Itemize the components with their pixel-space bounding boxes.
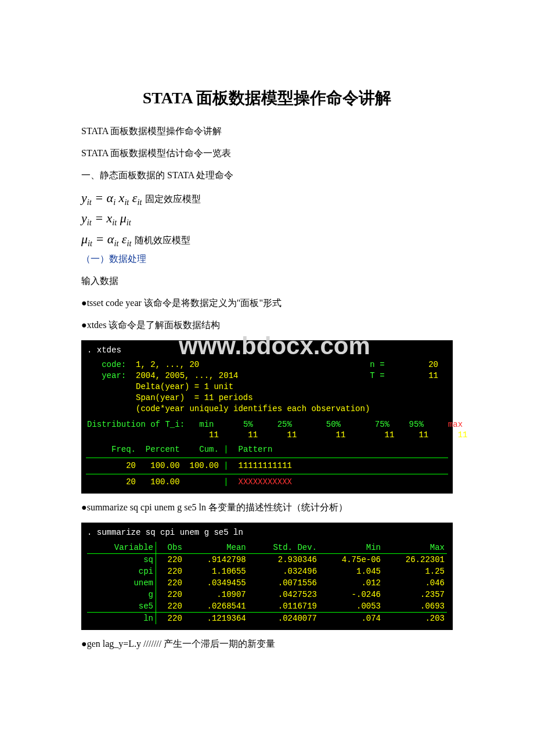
row-ln-mean: .1219364	[185, 612, 248, 624]
row-ln-obs: 220	[156, 612, 185, 624]
freq-v1: 100.00	[150, 461, 179, 470]
dist-v3: 11	[336, 430, 346, 440]
dist-h0: min	[199, 420, 214, 429]
random-label: 随机效应模型	[135, 235, 190, 245]
page-title: STATA 面板数据模型操作命令讲解	[81, 87, 453, 109]
row-ln-min: .074	[319, 612, 383, 624]
row-ln-var: ln	[87, 612, 156, 624]
table-row-var: se5	[87, 600, 156, 613]
sum-h1: Obs	[156, 542, 185, 554]
xtdes-year-lbl: year:	[102, 371, 126, 380]
terminal-summarize: . summarize sq cpi unem g se5 ln Variabl…	[81, 523, 453, 630]
para-1: STATA 面板数据模型操作命令讲解	[81, 124, 453, 138]
para-5: ●tsset code year 该命令是将数据定义为"面板"形式	[81, 296, 453, 310]
dist-h4: 75%	[375, 420, 389, 429]
summarize-table: Variable Obs Mean Std. Dev. Min Max sq 2…	[87, 542, 447, 624]
para-6: ●xtdes 该命令是了解面板数据结构	[81, 318, 453, 332]
xtdes-t-val: 11	[428, 371, 438, 380]
table-row-min: .012	[319, 577, 383, 589]
para-4: 输入数据	[81, 274, 453, 288]
freq-h0: Freq.	[111, 445, 136, 454]
table-row-var: unem	[87, 577, 156, 589]
xtdes-dist-lbl: Distribution of T_i:	[87, 420, 185, 429]
para-2: STATA 面板数据模型估计命令一览表	[81, 146, 453, 160]
table-row-max: .046	[383, 577, 447, 589]
dist-h3: 50%	[326, 420, 341, 429]
freq-h3: Pattern	[239, 445, 273, 454]
table-row-sd: 2.930346	[248, 553, 319, 566]
table-row-obs: 220	[156, 566, 185, 577]
dist-h1: 5%	[243, 420, 253, 429]
tot-v0: 20	[126, 477, 136, 487]
equation-random: μit = αit εit 随机效应模型	[81, 232, 453, 249]
tot-v1: 100.00	[150, 477, 179, 487]
xtdes-code-lbl: code:	[102, 360, 126, 369]
para-8: ●gen lag_y=L.y /////// 产生一个滞后一期的新变量	[81, 637, 453, 651]
watermark: www.bdocx.com	[179, 332, 370, 360]
table-row-sd: .0071556	[248, 577, 319, 589]
terminal-xtdes: www.bdocx.com . xtdes code: 1, 2, ..., 2…	[81, 340, 453, 494]
subsection-1: （一）数据处理	[81, 252, 453, 266]
table-row-sd: .032496	[248, 566, 319, 577]
table-row-min: .0053	[319, 600, 383, 613]
xtdes-span: Span(year) = 11 periods	[136, 393, 253, 402]
table-row-min: -.0246	[319, 589, 383, 600]
table-row-mean: .0268541	[185, 600, 248, 613]
table-row-obs: 220	[156, 553, 185, 566]
dist-h6: max	[448, 420, 463, 429]
table-row-var: cpi	[87, 566, 156, 577]
xtdes-year-val: 2004, 2005, ..., 2014	[136, 371, 238, 380]
sum-h4: Min	[319, 542, 383, 554]
table-row-sd: .0427523	[248, 589, 319, 600]
table-row-obs: 220	[156, 577, 185, 589]
dist-h2: 25%	[277, 420, 292, 429]
dist-v5: 11	[418, 430, 428, 440]
equation-2: yit = xit μit	[81, 211, 453, 228]
row-ln-sd: .0240077	[248, 612, 319, 624]
row-ln-max: .203	[383, 612, 447, 624]
sum-h2: Mean	[185, 542, 248, 554]
freq-h1: Percent	[146, 445, 180, 454]
dist-v1: 11	[248, 430, 258, 440]
dist-v2: 11	[287, 430, 297, 440]
freq-v0: 20	[126, 461, 136, 470]
freq-v3: 11111111111	[239, 461, 292, 470]
xtdes-delta: Delta(year) = 1 unit	[136, 382, 233, 391]
xtdes-t-lbl: T =	[370, 371, 384, 380]
table-row-obs: 220	[156, 589, 185, 600]
table-row-mean: .0349455	[185, 577, 248, 589]
table-row-mean: 1.10655	[185, 566, 248, 577]
freq-h2: Cum.	[199, 445, 219, 454]
xtdes-code-val: 1, 2, ..., 20	[136, 360, 199, 369]
table-row-sd: .0116719	[248, 600, 319, 613]
sum-h3: Std. Dev.	[248, 542, 319, 554]
sum-h0: Variable	[87, 542, 156, 554]
table-row-obs: 220	[156, 600, 185, 613]
tot-v3: XXXXXXXXXXX	[239, 477, 292, 487]
table-row-min: 1.045	[319, 566, 383, 577]
cmd-xtdes: . xtdes	[87, 345, 121, 355]
xtdes-n-val: 20	[428, 360, 438, 369]
xtdes-n-lbl: n =	[370, 360, 384, 369]
table-row-max: .0693	[383, 600, 447, 613]
cmd-summarize: . summarize sq cpi unem g se5 ln	[87, 528, 243, 537]
sum-h5: Max	[383, 542, 447, 554]
para-3: 一、静态面板数据的 STATA 处理命令	[81, 168, 453, 182]
equation-fixed: yit = αi xit εit 固定效应模型	[81, 190, 453, 207]
xtdes-note: (code*year uniquely identifies each obse…	[136, 404, 370, 413]
para-7: ●summarize sq cpi unem g se5 ln 各变量的描述性统…	[81, 501, 453, 514]
table-row-max: .2357	[383, 589, 447, 600]
fixed-label: 固定效应模型	[145, 194, 201, 204]
table-row-var: sq	[87, 553, 156, 566]
freq-v2: 100.00	[189, 461, 218, 470]
table-row-min: 4.75e-06	[319, 553, 383, 566]
table-row-mean: .10907	[185, 589, 248, 600]
table-row-max: 1.25	[383, 566, 447, 577]
table-row-var: g	[87, 589, 156, 600]
dist-v4: 11	[385, 430, 395, 440]
dist-h5: 95%	[409, 420, 424, 429]
table-row-max: 26.22301	[383, 553, 447, 566]
dist-v6: 11	[458, 430, 468, 440]
dist-v0: 11	[209, 430, 219, 440]
table-row-mean: .9142798	[185, 553, 248, 566]
